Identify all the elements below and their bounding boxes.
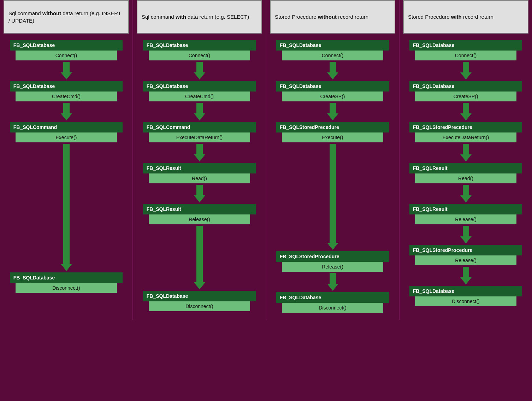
col1-shaft-3 [63, 144, 70, 264]
col3-arrowhead-1 [327, 72, 338, 79]
col1-arrowhead-2 [61, 113, 72, 120]
col4-shaft-3 [463, 144, 469, 154]
col2-arrow-5 [194, 226, 205, 289]
col2-arrowhead-3 [194, 154, 205, 161]
col4-shaft-6 [463, 267, 469, 277]
col4-arrow-3 [460, 144, 472, 161]
column-1: Sql command without data return (e.g. IN… [0, 0, 133, 320]
col4-arrow-5 [460, 226, 472, 243]
col4-arrowhead-4 [460, 195, 472, 202]
col4-arrowhead-2 [460, 113, 472, 120]
col4-block-1: FB_SQLDatabase Connect() [409, 40, 522, 60]
col2-method-5: Release() [149, 214, 250, 224]
col2-shaft-4 [196, 185, 203, 195]
col4-method-2: CreateSP() [415, 92, 517, 101]
col2-label-1: FB_SQLDatabase [143, 40, 256, 51]
col2-shaft-1 [196, 62, 203, 72]
col4-arrow-4 [460, 185, 472, 202]
col2-label-3: FB_SQLCommand [143, 122, 256, 132]
col1-method-4: Disconnect() [16, 283, 117, 293]
col4-method-5: Release() [415, 214, 517, 224]
col3-block-4: FB_SQLStoredProcedure Release() [276, 251, 389, 272]
col4-arrow-2 [460, 103, 472, 120]
col2-shaft-2 [196, 103, 203, 113]
col1-arrow-1 [61, 62, 72, 79]
col1-arrowhead-3 [61, 264, 72, 271]
col4-label-4: FB_SQLResult [409, 163, 522, 173]
col3-block-1: FB_SQLDatabase Connect() [276, 40, 389, 60]
col1-label-4: FB_SQLDatabase [10, 272, 123, 283]
col1-method-1: Connect() [16, 51, 117, 60]
col2-label-5: FB_SQLResult [143, 204, 256, 214]
col3-arrow-1 [327, 62, 338, 79]
col4-block-4: FB_SQLResult Read() [409, 163, 522, 183]
col3-block-5: FB_SQLDatabase Disconnect() [276, 292, 389, 313]
col3-shaft-3 [330, 144, 336, 243]
col2-arrowhead-4 [194, 195, 205, 202]
col3-shaft-2 [330, 103, 336, 113]
col4-shaft-4 [463, 185, 469, 195]
column-2: Sql command with data return (e.g. SELEC… [133, 0, 266, 320]
col2-block-6: FB_SQLDatabase Disconnect() [143, 291, 256, 311]
col1-shaft-2 [63, 103, 70, 113]
col2-block-1: FB_SQLDatabase Connect() [143, 40, 256, 60]
col4-method-4: Read() [415, 173, 517, 183]
col4-arrowhead-6 [460, 277, 472, 284]
col3-arrow-3 [327, 144, 338, 250]
col4-method-3: ExecuteDataReturn() [415, 132, 517, 142]
col3-method-1: Connect() [282, 51, 384, 60]
col3-arrow-2 [327, 103, 338, 120]
main-container: Sql command without data return (e.g. IN… [0, 0, 532, 320]
col1-label-2: FB_SQLDatabase [10, 81, 123, 92]
col2-block-5: FB_SQLResult Release() [143, 204, 256, 224]
col3-arrowhead-4 [327, 284, 338, 291]
col2-arrowhead-5 [194, 282, 205, 289]
col4-block-5: FB_SQLResult Release() [409, 204, 522, 224]
col3-label-4: FB_SQLStoredProcedure [276, 251, 389, 262]
col3-label-3: FB_SQLStoredPrecedure [276, 122, 389, 132]
col2-arrow-4 [194, 185, 205, 202]
col2-arrow-3 [194, 144, 205, 161]
col4-arrowhead-5 [460, 236, 472, 243]
col3-header-text: Stored Procedure without record return [275, 13, 368, 20]
col3-arrowhead-2 [327, 113, 338, 120]
col1-arrow-3 [61, 144, 72, 271]
col4-block-6: FB_SQLStoredProcedure Release() [409, 245, 522, 265]
col4-label-6: FB_SQLStoredProcedure [409, 245, 522, 255]
col1-arrow-2 [61, 103, 72, 120]
col3-arrowhead-3 [327, 243, 338, 250]
col2-label-2: FB_SQLDatabase [143, 81, 256, 92]
col3-block-3: FB_SQLStoredPrecedure Execute() [276, 122, 389, 142]
col1-arrowhead-1 [61, 72, 72, 79]
col4-block-2: FB_SQLDatabase CreateSP() [409, 81, 522, 101]
col2-label-4: FB_SQLResult [143, 163, 256, 173]
col2-arrow-2 [194, 103, 205, 120]
col4-label-2: FB_SQLDatabase [409, 81, 522, 92]
col1-method-3: Execute() [16, 132, 117, 142]
col4-shaft-1 [463, 62, 469, 72]
col3-method-3: Execute() [282, 132, 384, 142]
col2-block-4: FB_SQLResult Read() [143, 163, 256, 183]
col3-header: Stored Procedure without record return [270, 0, 395, 34]
col2-label-6: FB_SQLDatabase [143, 291, 256, 301]
col2-arrowhead-1 [194, 72, 205, 79]
col2-shaft-5 [196, 226, 203, 282]
col1-label-1: FB_SQLDatabase [10, 40, 123, 51]
col2-arrow-1 [194, 62, 205, 79]
col2-block-2: FB_SQLDatabase CreateCmd() [143, 81, 256, 101]
col4-arrowhead-1 [460, 72, 472, 79]
col2-block-3: FB_SQLCommand ExecuteDataReturn() [143, 122, 256, 142]
col1-header: Sql command without data return (e.g. IN… [4, 0, 129, 34]
col3-block-2: FB_SQLDatabase CreateSP() [276, 81, 389, 101]
col3-label-1: FB_SQLDatabase [276, 40, 389, 51]
col1-block-1: FB_SQLDatabase Connect() [10, 40, 123, 60]
col3-method-5: Disconnect() [282, 303, 384, 313]
col4-arrowhead-3 [460, 154, 472, 161]
col4-block-3: FB_SQLStoredPrecedure ExecuteDataReturn(… [409, 122, 522, 142]
col4-block-7: FB_SQLDatabase Disconnect() [409, 286, 522, 306]
col2-method-4: Read() [149, 173, 250, 183]
col2-arrowhead-2 [194, 113, 205, 120]
col2-header: Sql command with data return (e.g. SELEC… [137, 0, 262, 34]
col4-arrow-6 [460, 267, 472, 284]
col3-method-4: Release() [282, 262, 384, 272]
